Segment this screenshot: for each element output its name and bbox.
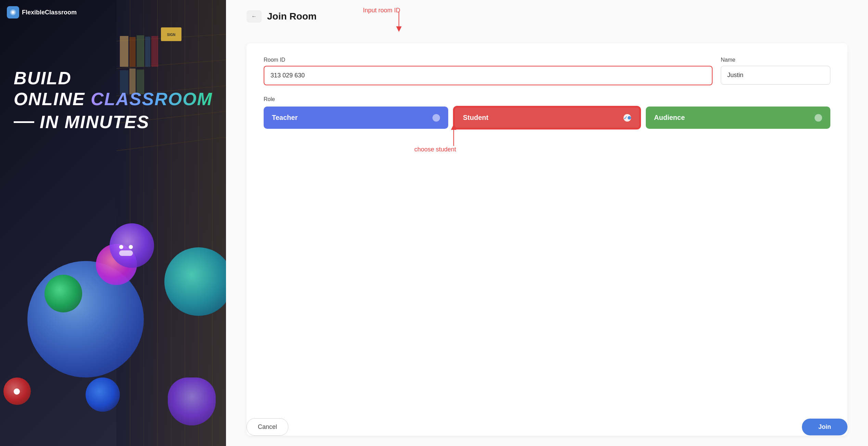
back-button[interactable]: ←: [247, 10, 262, 23]
orb-navy-robot: [86, 377, 120, 412]
join-button[interactable]: Join: [802, 419, 847, 435]
robot-eyes: [119, 245, 133, 249]
svg-text:SIGN: SIGN: [167, 33, 175, 37]
app-logo-icon: [7, 6, 19, 18]
right-panel: ← Join Room Input room ID Room ID Name: [226, 0, 868, 446]
page-title: Join Room: [267, 11, 317, 22]
orb-green: [45, 275, 82, 312]
svg-point-25: [12, 11, 14, 13]
role-student-label: Student: [463, 114, 488, 122]
role-audience-label: Audience: [654, 114, 685, 122]
app-logo-text: FlexibleClassroom: [22, 9, 77, 16]
hero-line3-text: IN MINUTES: [40, 112, 149, 132]
role-teacher-button[interactable]: Teacher: [264, 107, 448, 129]
name-label: Name: [721, 57, 830, 63]
logo-area: FlexibleClassroom: [7, 6, 77, 18]
form-footer: Cancel Join: [226, 418, 868, 436]
role-teacher-label: Teacher: [272, 114, 298, 122]
hero-dash: [14, 121, 34, 123]
svg-rect-14: [129, 37, 136, 67]
role-audience-dot: [815, 114, 822, 122]
svg-rect-15: [137, 35, 144, 67]
annotation-arrow-input: [390, 12, 407, 33]
robot-eye-left: [119, 245, 123, 249]
name-group: Name: [721, 57, 830, 85]
choose-student-annotation-area: choose student: [264, 129, 830, 156]
svg-rect-17: [151, 36, 158, 67]
left-panel: SIGN FlexibleClassroom BUILD ONLINE CLAS…: [0, 0, 226, 446]
role-buttons: Teacher Student ✓ Audience: [264, 107, 830, 129]
robot-face: [119, 245, 133, 256]
role-audience-button[interactable]: Audience: [646, 107, 830, 129]
hero-classroom: CLASSROOM: [91, 89, 213, 109]
orb-white-dot: [14, 388, 20, 395]
name-input[interactable]: [721, 66, 830, 85]
form-row-credentials: Room ID Name: [264, 57, 830, 85]
role-teacher-dot: [432, 114, 440, 122]
form-section: Room ID Name Role Teacher Student ✓: [247, 43, 847, 436]
robot-mouth: [119, 250, 133, 256]
join-room-header: ← Join Room: [247, 10, 847, 23]
role-student-dot: ✓: [624, 114, 631, 122]
hero-line1: BUILD: [14, 69, 213, 88]
hero-line2: ONLINE CLASSROOM: [14, 89, 213, 109]
annotation-choose-student: choose student: [414, 146, 456, 153]
room-id-group: Room ID: [264, 57, 713, 85]
cancel-button[interactable]: Cancel: [247, 418, 288, 436]
role-section: Role Teacher Student ✓ Audience: [264, 96, 830, 129]
role-label: Role: [264, 96, 830, 102]
checkmark-icon: ✓: [624, 115, 628, 121]
annotation-arrow-student: [445, 125, 462, 146]
robot-eye-right: [129, 245, 133, 249]
room-id-label: Room ID: [264, 57, 713, 63]
svg-rect-16: [145, 37, 150, 67]
hero-text: BUILD ONLINE CLASSROOM IN MINUTES: [14, 69, 213, 132]
hero-line3: IN MINUTES: [14, 112, 213, 132]
back-arrow-icon: ←: [251, 13, 257, 20]
room-id-input[interactable]: [264, 66, 713, 85]
orb-jellyfish: [168, 377, 216, 425]
role-student-button[interactable]: Student ✓: [454, 107, 640, 129]
hero-online: ONLINE: [14, 89, 85, 109]
svg-rect-13: [120, 36, 128, 67]
